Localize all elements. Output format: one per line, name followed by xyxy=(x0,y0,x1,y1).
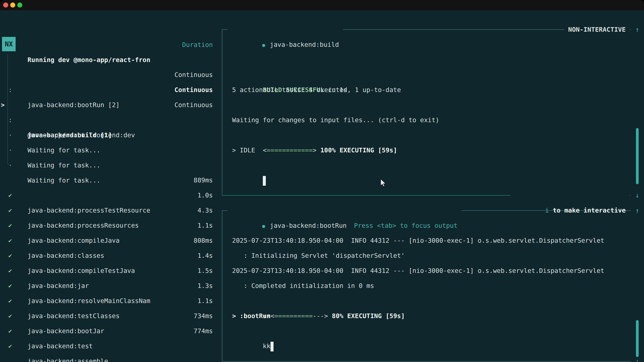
task-duration: Continuous xyxy=(174,97,213,112)
running-dot-icon: ● xyxy=(262,42,265,48)
task-duration: 1.1s xyxy=(198,293,213,308)
task-duration: 1.4s xyxy=(198,248,213,263)
task-label: java-backend:test xyxy=(28,339,93,354)
progress-fill: ============ xyxy=(267,146,313,154)
task-duration: 774ms xyxy=(194,324,213,339)
completed-task-row[interactable]: ✔ java-backend:test 734ms xyxy=(0,308,213,324)
completed-task-row[interactable]: ✔ java-backend:testClasses 1.3s xyxy=(0,278,213,293)
sidebar-header: Running dev @mono-app/react-fron Duratio… xyxy=(0,37,213,52)
log-line: 2025-07-23T13:40:18.950-04:00 INFO 44312… xyxy=(232,233,604,248)
task-duration: 808ms xyxy=(194,233,213,248)
progress-suffix: > xyxy=(312,146,316,154)
completed-task-row[interactable]: ✔ java-backend:compileTestJava 808ms xyxy=(0,233,213,248)
panel-title: java-backend:bootRun xyxy=(270,222,347,229)
task-duration: 1.3s xyxy=(198,278,213,293)
task-row[interactable]: : @mono-app/react-frontend:dev Continuou… xyxy=(0,97,213,112)
running-dot-icon: ● xyxy=(262,223,265,229)
completed-task-row[interactable]: ✔ java-backend:resolveMainClassNam 1.5s xyxy=(0,263,213,278)
focus-output-hint: Press <tab> to focus output xyxy=(354,222,458,229)
panel-title-bar: ●java-backend:build xyxy=(228,22,343,37)
scroll-down-icon[interactable]: ↓ xyxy=(632,188,642,203)
tasks-summary-line: 5 actionable tasks: 4 executed, 1 up-to-… xyxy=(232,82,401,97)
interactive-hint: i to make interactive xyxy=(510,188,630,203)
minimize-window-button[interactable] xyxy=(10,2,15,7)
zoom-window-button[interactable] xyxy=(17,2,22,7)
block-cursor xyxy=(263,176,266,186)
mouse-pointer-icon xyxy=(380,179,387,188)
task-row[interactable]: · Waiting for task... xyxy=(0,112,213,128)
completed-task-row[interactable]: ✔ java-backend:bootJar 1.1s xyxy=(0,293,213,308)
task-label: Waiting for task... xyxy=(28,158,100,173)
progress-label: 100% EXECUTING [59s] xyxy=(316,146,397,154)
interactive-hint-key: i xyxy=(545,207,549,214)
build-panel-scrollbar-thumb[interactable] xyxy=(636,128,639,184)
pending-dot-icon: · xyxy=(8,158,12,173)
terminal-cursor-line xyxy=(232,158,266,173)
scroll-up-icon[interactable]: ↑ xyxy=(632,203,642,218)
task-duration: 1.1s xyxy=(198,218,213,233)
build-result-line: BUILD SUCCESSFUL in 1s xyxy=(232,67,347,82)
panel-border-bottom xyxy=(222,361,630,362)
idle-status-line: > IDLE xyxy=(232,143,255,158)
task-row[interactable]: : java-backend:bootRun [2] Continuous xyxy=(0,67,213,82)
waiting-line: Waiting for changes to input files... (c… xyxy=(232,112,439,128)
terminal-window: NX Running dev @mono-app/react-fron Dura… xyxy=(0,0,644,362)
bootrun-prompt-line: > :bootRun xyxy=(232,308,270,324)
progress-fill: ========== xyxy=(274,312,313,320)
terminal-input-line[interactable]: kk xyxy=(232,324,274,339)
completed-task-row[interactable]: ✔ java-backend:jar 1.4s xyxy=(0,248,213,263)
task-duration: 1.5s xyxy=(198,263,213,278)
completed-task-row[interactable]: ✔ java-backend:classes 1.1s xyxy=(0,218,213,233)
task-row[interactable]: · Waiting for task... xyxy=(0,128,213,143)
panel-border-left xyxy=(222,29,222,196)
gradle-progress-bar: <============> 100% EXECUTING [59s] xyxy=(232,128,397,143)
log-line: : Initializing Servlet 'dispatcherServle… xyxy=(232,248,405,263)
panel-mode-badge: NON-INTERACTIVE xyxy=(564,22,630,37)
progress-suffix: ---> xyxy=(312,312,328,320)
duration-column-header: Duration xyxy=(182,37,213,52)
close-window-button[interactable] xyxy=(3,2,8,7)
panel-border-left xyxy=(222,210,222,362)
tui-main: NX Running dev @mono-app/react-fron Dura… xyxy=(0,10,644,362)
run-title: Running dev @mono-app/react-fron xyxy=(28,52,150,67)
task-duration: 1.0s xyxy=(198,188,213,203)
interactive-hint-text: to make interactive xyxy=(549,207,626,214)
checkmark-icon: ✔ xyxy=(8,339,12,354)
completed-task-row[interactable]: ✔ java-backend:assemble 774ms xyxy=(0,324,213,339)
progress-label: 80% EXECUTING [59s] xyxy=(328,312,405,320)
task-row[interactable]: · Waiting for task... xyxy=(0,143,213,158)
completed-task-row[interactable]: ✔ java-backend:processResources 1.0s xyxy=(0,188,213,203)
block-cursor xyxy=(270,342,274,352)
panel-title: java-backend:build xyxy=(270,41,339,48)
task-duration: Continuous xyxy=(174,82,213,97)
task-duration: 734ms xyxy=(194,308,213,324)
bootrun-panel-scrollbar-thumb[interactable] xyxy=(636,320,639,357)
title-bar xyxy=(0,0,644,10)
scroll-up-icon[interactable]: ↑ xyxy=(632,22,642,37)
gradle-progress-bar: <<<==========---> 80% EXECUTING [59s] xyxy=(232,293,405,308)
panel-title-bar: ●java-backend:bootRunPress <tab> to focu… xyxy=(228,203,462,218)
task-row-selected[interactable]: > : java-backend:build [1] Continuous xyxy=(0,82,213,97)
completed-task-row[interactable]: ✔ java-backend:compileJava 4.3s xyxy=(0,203,213,218)
typed-input: kk xyxy=(263,343,270,350)
progress-prefix: < xyxy=(263,146,267,154)
log-line: 2025-07-23T13:40:18.950-04:00 INFO 44312… xyxy=(232,263,604,278)
sidebar-footer: ← 1/2 → quit: q help: ? xyxy=(0,354,213,362)
task-duration: 889ms xyxy=(194,173,213,188)
log-line: : Completed initialization in 0 ms xyxy=(232,278,374,293)
completed-task-row[interactable]: ✔ java-backend:processTestResource 889ms xyxy=(0,173,213,188)
task-duration: 4.3s xyxy=(198,203,213,218)
task-duration: Continuous xyxy=(174,67,213,82)
